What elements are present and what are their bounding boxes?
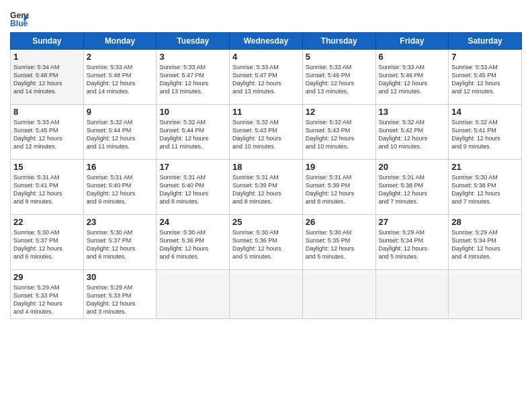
calendar-cell: 17Sunrise: 5:31 AM Sunset: 5:40 PM Dayli… bbox=[157, 160, 230, 215]
calendar-cell: 23Sunrise: 5:30 AM Sunset: 5:37 PM Dayli… bbox=[83, 215, 157, 270]
cell-info: Sunrise: 5:33 AM Sunset: 5:48 PM Dayligh… bbox=[87, 63, 154, 96]
day-number: 25 bbox=[232, 217, 300, 227]
day-number: 5 bbox=[306, 52, 373, 62]
day-number: 17 bbox=[159, 162, 226, 172]
calendar-cell: 5Sunrise: 5:33 AM Sunset: 5:46 PM Daylig… bbox=[302, 50, 375, 105]
day-number: 4 bbox=[232, 52, 300, 62]
calendar-cell: 6Sunrise: 5:33 AM Sunset: 5:46 PM Daylig… bbox=[375, 50, 449, 105]
header: General Blue bbox=[10, 7, 522, 28]
day-number: 9 bbox=[87, 107, 154, 117]
day-header-saturday: Saturday bbox=[449, 33, 522, 50]
day-header-wednesday: Wednesday bbox=[230, 33, 303, 50]
cell-info: Sunrise: 5:29 AM Sunset: 5:34 PM Dayligh… bbox=[379, 228, 446, 261]
day-number: 26 bbox=[306, 217, 373, 227]
calendar-cell: 21Sunrise: 5:30 AM Sunset: 5:38 PM Dayli… bbox=[449, 160, 522, 215]
cell-info: Sunrise: 5:32 AM Sunset: 5:42 PM Dayligh… bbox=[379, 118, 446, 151]
calendar-cell: 1Sunrise: 5:34 AM Sunset: 5:48 PM Daylig… bbox=[11, 50, 84, 105]
calendar-week-4: 22Sunrise: 5:30 AM Sunset: 5:37 PM Dayli… bbox=[11, 215, 522, 270]
calendar-cell: 9Sunrise: 5:32 AM Sunset: 5:44 PM Daylig… bbox=[83, 105, 157, 160]
cell-info: Sunrise: 5:31 AM Sunset: 5:40 PM Dayligh… bbox=[159, 173, 226, 206]
cell-info: Sunrise: 5:29 AM Sunset: 5:33 PM Dayligh… bbox=[13, 283, 81, 316]
day-number: 24 bbox=[159, 217, 226, 227]
calendar-cell: 11Sunrise: 5:32 AM Sunset: 5:43 PM Dayli… bbox=[230, 105, 303, 160]
day-number: 2 bbox=[87, 52, 154, 62]
cell-info: Sunrise: 5:30 AM Sunset: 5:38 PM Dayligh… bbox=[451, 173, 519, 206]
calendar-cell bbox=[230, 270, 303, 319]
cell-info: Sunrise: 5:29 AM Sunset: 5:34 PM Dayligh… bbox=[451, 228, 519, 261]
cell-info: Sunrise: 5:31 AM Sunset: 5:38 PM Dayligh… bbox=[379, 173, 446, 206]
cell-info: Sunrise: 5:30 AM Sunset: 5:36 PM Dayligh… bbox=[159, 228, 226, 261]
calendar-body: 1Sunrise: 5:34 AM Sunset: 5:48 PM Daylig… bbox=[11, 50, 522, 319]
calendar-cell: 13Sunrise: 5:32 AM Sunset: 5:42 PM Dayli… bbox=[375, 105, 449, 160]
calendar-cell: 20Sunrise: 5:31 AM Sunset: 5:38 PM Dayli… bbox=[375, 160, 449, 215]
calendar-cell bbox=[375, 270, 449, 319]
calendar-cell: 24Sunrise: 5:30 AM Sunset: 5:36 PM Dayli… bbox=[157, 215, 230, 270]
day-number: 18 bbox=[232, 162, 300, 172]
day-number: 14 bbox=[451, 107, 519, 117]
day-number: 11 bbox=[232, 107, 300, 117]
page-container: General Blue SundayMondayTuesdayWednesda… bbox=[0, 0, 532, 326]
cell-info: Sunrise: 5:31 AM Sunset: 5:41 PM Dayligh… bbox=[13, 173, 81, 206]
calendar-cell: 22Sunrise: 5:30 AM Sunset: 5:37 PM Dayli… bbox=[11, 215, 84, 270]
calendar-week-1: 1Sunrise: 5:34 AM Sunset: 5:48 PM Daylig… bbox=[11, 50, 522, 105]
day-headers-row: SundayMondayTuesdayWednesdayThursdayFrid… bbox=[11, 33, 522, 50]
cell-info: Sunrise: 5:32 AM Sunset: 5:43 PM Dayligh… bbox=[232, 118, 300, 151]
calendar-cell bbox=[449, 270, 522, 319]
calendar-cell bbox=[157, 270, 230, 319]
day-number: 13 bbox=[379, 107, 446, 117]
day-number: 16 bbox=[87, 162, 154, 172]
day-header-friday: Friday bbox=[375, 33, 449, 50]
day-number: 1 bbox=[13, 52, 81, 62]
calendar-cell: 30Sunrise: 5:29 AM Sunset: 5:33 PM Dayli… bbox=[83, 270, 157, 319]
day-number: 19 bbox=[306, 162, 373, 172]
cell-info: Sunrise: 5:33 AM Sunset: 5:47 PM Dayligh… bbox=[159, 63, 226, 96]
cell-info: Sunrise: 5:34 AM Sunset: 5:48 PM Dayligh… bbox=[13, 63, 81, 96]
calendar-cell: 10Sunrise: 5:32 AM Sunset: 5:44 PM Dayli… bbox=[157, 105, 230, 160]
day-number: 22 bbox=[13, 217, 81, 227]
logo-icon: General Blue bbox=[10, 9, 29, 28]
calendar-cell: 26Sunrise: 5:30 AM Sunset: 5:35 PM Dayli… bbox=[302, 215, 375, 270]
cell-info: Sunrise: 5:33 AM Sunset: 5:45 PM Dayligh… bbox=[451, 63, 519, 96]
cell-info: Sunrise: 5:31 AM Sunset: 5:39 PM Dayligh… bbox=[232, 173, 300, 206]
cell-info: Sunrise: 5:33 AM Sunset: 5:45 PM Dayligh… bbox=[13, 118, 81, 151]
calendar-cell: 28Sunrise: 5:29 AM Sunset: 5:34 PM Dayli… bbox=[449, 215, 522, 270]
day-number: 28 bbox=[451, 217, 519, 227]
calendar-table: SundayMondayTuesdayWednesdayThursdayFrid… bbox=[10, 32, 522, 319]
cell-info: Sunrise: 5:32 AM Sunset: 5:44 PM Dayligh… bbox=[87, 118, 154, 151]
calendar-week-3: 15Sunrise: 5:31 AM Sunset: 5:41 PM Dayli… bbox=[11, 160, 522, 215]
cell-info: Sunrise: 5:30 AM Sunset: 5:35 PM Dayligh… bbox=[306, 228, 373, 261]
day-number: 21 bbox=[451, 162, 519, 172]
day-header-thursday: Thursday bbox=[302, 33, 375, 50]
calendar-cell: 19Sunrise: 5:31 AM Sunset: 5:39 PM Dayli… bbox=[302, 160, 375, 215]
day-number: 27 bbox=[379, 217, 446, 227]
calendar-cell: 4Sunrise: 5:33 AM Sunset: 5:47 PM Daylig… bbox=[230, 50, 303, 105]
cell-info: Sunrise: 5:31 AM Sunset: 5:39 PM Dayligh… bbox=[306, 173, 373, 206]
logo: General Blue bbox=[10, 9, 32, 28]
cell-info: Sunrise: 5:30 AM Sunset: 5:37 PM Dayligh… bbox=[13, 228, 81, 261]
cell-info: Sunrise: 5:33 AM Sunset: 5:46 PM Dayligh… bbox=[379, 63, 446, 96]
day-number: 12 bbox=[306, 107, 373, 117]
cell-info: Sunrise: 5:29 AM Sunset: 5:33 PM Dayligh… bbox=[87, 283, 154, 316]
day-number: 8 bbox=[13, 107, 81, 117]
day-number: 23 bbox=[87, 217, 154, 227]
cell-info: Sunrise: 5:32 AM Sunset: 5:43 PM Dayligh… bbox=[306, 118, 373, 151]
cell-info: Sunrise: 5:30 AM Sunset: 5:37 PM Dayligh… bbox=[87, 228, 154, 261]
day-number: 30 bbox=[87, 272, 154, 282]
calendar-cell: 8Sunrise: 5:33 AM Sunset: 5:45 PM Daylig… bbox=[11, 105, 84, 160]
calendar-cell: 7Sunrise: 5:33 AM Sunset: 5:45 PM Daylig… bbox=[449, 50, 522, 105]
calendar-cell bbox=[302, 270, 375, 319]
calendar-cell: 12Sunrise: 5:32 AM Sunset: 5:43 PM Dayli… bbox=[302, 105, 375, 160]
calendar-week-5: 29Sunrise: 5:29 AM Sunset: 5:33 PM Dayli… bbox=[11, 270, 522, 319]
calendar-cell: 27Sunrise: 5:29 AM Sunset: 5:34 PM Dayli… bbox=[375, 215, 449, 270]
day-number: 7 bbox=[451, 52, 519, 62]
cell-info: Sunrise: 5:30 AM Sunset: 5:36 PM Dayligh… bbox=[232, 228, 300, 261]
calendar-cell: 29Sunrise: 5:29 AM Sunset: 5:33 PM Dayli… bbox=[11, 270, 84, 319]
cell-info: Sunrise: 5:31 AM Sunset: 5:40 PM Dayligh… bbox=[87, 173, 154, 206]
cell-info: Sunrise: 5:33 AM Sunset: 5:46 PM Dayligh… bbox=[306, 63, 373, 96]
cell-info: Sunrise: 5:33 AM Sunset: 5:47 PM Dayligh… bbox=[232, 63, 300, 96]
cell-info: Sunrise: 5:32 AM Sunset: 5:44 PM Dayligh… bbox=[159, 118, 226, 151]
day-number: 10 bbox=[159, 107, 226, 117]
cell-info: Sunrise: 5:32 AM Sunset: 5:41 PM Dayligh… bbox=[451, 118, 519, 151]
calendar-cell: 16Sunrise: 5:31 AM Sunset: 5:40 PM Dayli… bbox=[83, 160, 157, 215]
day-header-monday: Monday bbox=[83, 33, 157, 50]
